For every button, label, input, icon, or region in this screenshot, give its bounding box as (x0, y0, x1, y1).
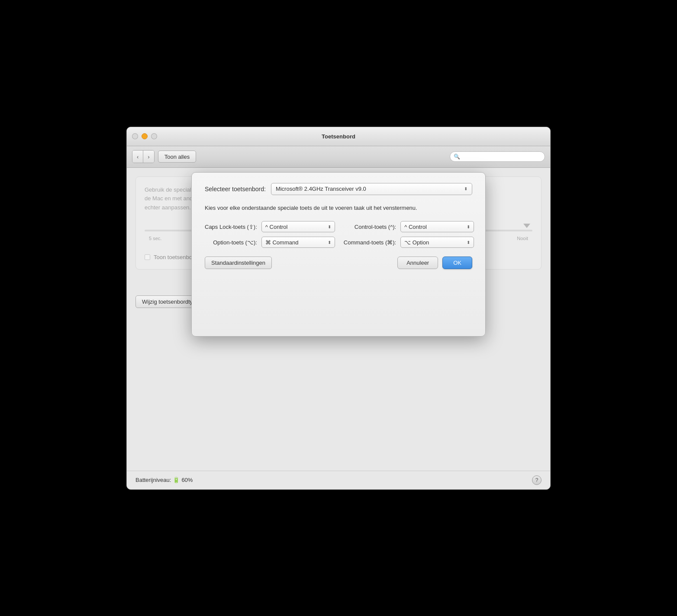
help-button[interactable]: ? (532, 475, 542, 485)
caps-lock-select[interactable]: ^ Control ⬍ (261, 221, 335, 232)
modal-description: Kies voor elke onderstaande speciale toe… (205, 204, 472, 213)
command-arrow: ⬍ (467, 240, 470, 245)
keyboard-dropdown[interactable]: Microsoft® 2.4GHz Transceiver v9.0 ⬍ (271, 183, 472, 195)
modal-action-buttons: Annuleer OK (397, 257, 472, 269)
command-value: ⌥ Option (404, 239, 429, 246)
battery-icon: 🔋 (173, 477, 180, 483)
keyboard-selector-label: Selecteer toetsenbord: (205, 186, 266, 192)
back-button[interactable]: ‹ (132, 151, 143, 163)
traffic-lights (132, 133, 157, 139)
option-arrow: ⬍ (328, 240, 331, 245)
close-button[interactable] (132, 133, 138, 139)
nav-buttons: ‹ › (132, 150, 155, 163)
toolbar: ‹ › Toon alles 🔍 (127, 146, 550, 168)
command-select[interactable]: ⌥ Option ⬍ (400, 237, 474, 248)
main-window: Toetsenbord ‹ › Toon alles 🔍 Gebruik de … (126, 127, 551, 490)
maximize-button[interactable] (151, 133, 157, 139)
search-box[interactable]: 🔍 (450, 151, 545, 162)
show-all-button[interactable]: Toon alles (158, 151, 197, 163)
forward-button[interactable]: › (143, 151, 154, 163)
cancel-button[interactable]: Annuleer (397, 257, 438, 269)
command-label: Command-toets (⌘): (344, 239, 396, 246)
key-mapping-grid: Caps Lock-toets (⇪): ^ Control ⬍ Control… (205, 221, 472, 248)
caps-lock-value: ^ Control (265, 224, 288, 230)
battery-label: Batterijniveau: (135, 477, 171, 483)
control-value: ^ Control (404, 224, 427, 230)
minimize-button[interactable] (142, 133, 148, 139)
battery-value: 60% (181, 477, 193, 483)
option-label: Option-toets (⌥): (213, 239, 257, 246)
keyboard-dropdown-value: Microsoft® 2.4GHz Transceiver v9.0 (276, 186, 366, 192)
window-title: Toetsenbord (322, 133, 355, 140)
battery-info: Batterijniveau: 🔋 60% (135, 477, 193, 483)
caps-lock-arrow: ⬍ (328, 225, 331, 229)
control-row: Control-toets (^): ^ Control ⬍ (344, 221, 474, 232)
control-label: Control-toets (^): (355, 224, 396, 230)
keyboard-dropdown-arrow: ⬍ (464, 186, 467, 191)
defaults-button[interactable]: Standaardinstellingen (205, 257, 272, 269)
command-row: Command-toets (⌘): ⌥ Option ⬍ (344, 237, 474, 248)
caps-lock-label: Caps Lock-toets (⇪): (205, 224, 257, 230)
status-bar: Batterijniveau: 🔋 60% ? (127, 471, 550, 489)
option-select[interactable]: ⌘ Command ⬍ (261, 237, 335, 248)
ok-button[interactable]: OK (442, 257, 472, 269)
modal-overlay: Selecteer toetsenbord: Microsoft® 2.4GHz… (127, 168, 550, 471)
modal-dialog: Selecteer toetsenbord: Microsoft® 2.4GHz… (191, 172, 486, 337)
main-content: Gebruik de speciale toetsen op uw Apple-… (127, 168, 550, 471)
search-icon: 🔍 (454, 154, 460, 160)
title-bar: Toetsenbord (127, 127, 550, 146)
option-value: ⌘ Command (265, 239, 299, 246)
option-row: Option-toets (⌥): ⌘ Command ⬍ (205, 237, 335, 248)
modal-bottom: Standaardinstellingen Annuleer OK (205, 257, 472, 269)
control-arrow: ⬍ (467, 225, 470, 229)
control-select[interactable]: ^ Control ⬍ (400, 221, 474, 232)
keyboard-selector-row: Selecteer toetsenbord: Microsoft® 2.4GHz… (205, 183, 472, 195)
caps-lock-row: Caps Lock-toets (⇪): ^ Control ⬍ (205, 221, 335, 232)
